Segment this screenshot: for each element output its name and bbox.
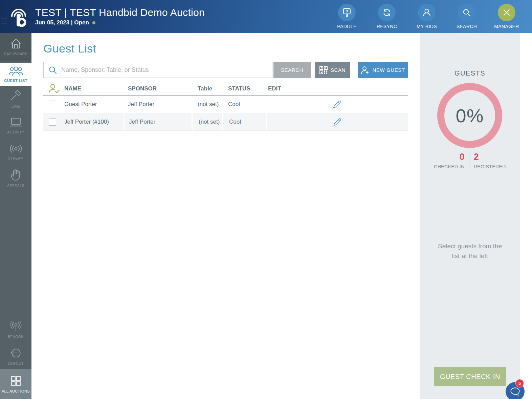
select-all-guests-icon[interactable] bbox=[48, 83, 60, 94]
guest-table-header: NAME SPONSOR Table STATUS EDIT bbox=[43, 82, 408, 96]
checked-in-count: 0 bbox=[460, 152, 465, 162]
guest-row[interactable]: Guest Porter Jeff Porter (not set) Cool bbox=[43, 96, 408, 113]
search-row: SEARCH SCAN bbox=[43, 62, 408, 78]
sidebar-item-appeals[interactable]: APPEALS bbox=[0, 165, 31, 191]
search-input-icon bbox=[48, 66, 57, 75]
sidebar-item-activity[interactable]: ACTIVITY bbox=[0, 112, 31, 139]
chat-unread-badge: 5 bbox=[515, 379, 524, 387]
guest-name: Guest Porter bbox=[64, 96, 124, 113]
edit-guest-button[interactable] bbox=[333, 100, 341, 109]
main-content: Guest List SEARCH bbox=[31, 33, 420, 399]
paddle-button[interactable]: ? PADDLE bbox=[334, 4, 360, 29]
guest-name: Jeff Porter (#100) bbox=[64, 113, 124, 130]
column-header-sponsor[interactable]: SPONSOR bbox=[124, 82, 192, 95]
home-icon bbox=[10, 38, 22, 49]
guest-row[interactable]: Jeff Porter (#100) Jeff Porter (not set)… bbox=[43, 113, 408, 131]
search-input[interactable] bbox=[61, 66, 272, 74]
guest-status: Cool bbox=[222, 113, 266, 130]
sidebar: DASHBOARD GUEST LIST LIVE bbox=[0, 33, 31, 399]
column-header-name[interactable]: NAME bbox=[64, 82, 124, 95]
header-actions: ? PADDLE RESYNC bbox=[334, 4, 520, 29]
guests-panel: GUESTS 0% 0 CHECKED IN 2 REGISTERED Sele… bbox=[420, 33, 520, 399]
new-guest-button[interactable]: NEW GUEST bbox=[358, 62, 408, 78]
column-header-status[interactable]: STATUS bbox=[222, 82, 266, 95]
guest-sponsor: Jeff Porter bbox=[124, 96, 192, 113]
auction-title-block: TEST | TEST Handbid Demo Auction Jun 05,… bbox=[35, 7, 205, 26]
guests-stats: 0 CHECKED IN 2 REGISTERED bbox=[420, 152, 520, 169]
edit-guest-button[interactable] bbox=[333, 118, 342, 126]
select-guests-hint: Select guests from the list at the left bbox=[420, 241, 520, 261]
right-margin-strip bbox=[520, 33, 532, 399]
sidebar-item-beacon[interactable]: BEACON bbox=[0, 316, 31, 343]
column-header-table[interactable]: Table bbox=[192, 82, 222, 95]
guest-table: NAME SPONSOR Table STATUS EDIT Guest Por… bbox=[43, 82, 408, 131]
app-header: TEST | TEST Handbid Demo Auction Jun 05,… bbox=[0, 0, 532, 33]
sidebar-item-logout[interactable]: LOGOUT bbox=[0, 343, 31, 369]
laptop-icon bbox=[9, 117, 22, 128]
qr-scan-icon bbox=[319, 66, 328, 74]
my-bids-button[interactable]: MY BIDS bbox=[414, 4, 440, 29]
svg-text:?: ? bbox=[346, 9, 348, 14]
guests-panel-title: GUESTS bbox=[420, 69, 520, 77]
hamburger-menu-icon[interactable] bbox=[1, 19, 7, 23]
open-status-dot bbox=[92, 21, 95, 24]
handbid-logo bbox=[7, 5, 30, 28]
resync-button[interactable]: RESYNC bbox=[374, 4, 400, 29]
guest-table-assignment: (not set) bbox=[192, 113, 222, 130]
close-icon bbox=[498, 4, 515, 21]
sidebar-item-dashboard[interactable]: DASHBOARD bbox=[0, 33, 31, 61]
guest-status: Cool bbox=[222, 96, 266, 113]
auction-title: TEST | TEST Handbid Demo Auction bbox=[35, 7, 205, 18]
guest-check-in-button[interactable]: GUEST CHECK-IN bbox=[434, 367, 506, 386]
chat-bubble-icon bbox=[509, 386, 521, 397]
guest-row-checkbox[interactable] bbox=[49, 118, 56, 126]
search-header-button[interactable]: SEARCH bbox=[453, 4, 480, 29]
guests-icon bbox=[8, 66, 23, 76]
guest-table-assignment: (not set) bbox=[192, 96, 222, 113]
checked-in-label: CHECKED IN bbox=[434, 164, 464, 169]
person-add-icon bbox=[360, 66, 369, 75]
gavel-icon bbox=[10, 90, 22, 102]
resync-icon bbox=[378, 4, 396, 21]
search-button[interactable]: SEARCH bbox=[273, 62, 311, 78]
sidebar-item-live[interactable]: LIVE bbox=[0, 86, 31, 112]
check-in-progress-donut: 0% bbox=[437, 83, 502, 148]
sidebar-item-all-auctions[interactable]: ALL AUCTIONS bbox=[0, 369, 31, 399]
check-in-percent: 0% bbox=[456, 105, 484, 127]
grid-icon bbox=[10, 375, 22, 387]
search-icon bbox=[458, 4, 475, 21]
column-header-edit: EDIT bbox=[266, 82, 408, 95]
paddle-icon: ? bbox=[338, 4, 356, 21]
scan-button[interactable]: SCAN bbox=[315, 62, 350, 78]
guest-sponsor: Jeff Porter bbox=[124, 113, 192, 130]
broadcast-icon bbox=[8, 144, 23, 154]
pencil-icon bbox=[333, 118, 342, 126]
manager-close-button[interactable]: MANAGER bbox=[493, 4, 520, 29]
logout-icon bbox=[10, 347, 22, 359]
beacon-icon bbox=[10, 321, 22, 332]
pencil-icon bbox=[333, 100, 341, 109]
raised-hand-icon bbox=[10, 169, 22, 181]
person-icon bbox=[418, 4, 436, 21]
chat-fab-button[interactable]: 5 bbox=[506, 382, 525, 399]
guest-search-box bbox=[43, 62, 272, 78]
registered-label: REGISTERED bbox=[474, 164, 506, 169]
registered-count: 2 bbox=[474, 152, 479, 162]
page-title: Guest List bbox=[43, 42, 420, 55]
auction-date-status: Jun 05, 2023 | Open bbox=[35, 19, 89, 26]
sidebar-item-stream[interactable]: STREAM bbox=[0, 139, 31, 165]
guest-row-checkbox[interactable] bbox=[49, 101, 56, 108]
sidebar-item-guest-list[interactable]: GUEST LIST bbox=[0, 63, 31, 86]
sidebar-spacer bbox=[0, 191, 31, 316]
